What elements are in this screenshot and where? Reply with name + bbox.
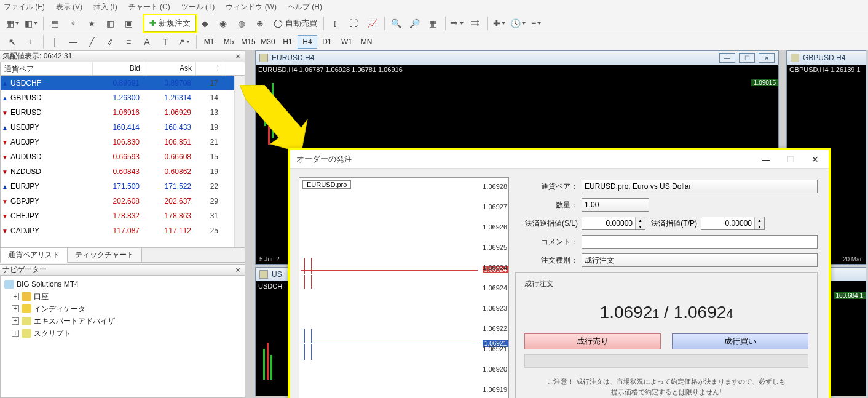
timeframe-h1[interactable]: H1 [278, 35, 298, 49]
menu-bar: ファイル (F) 表示 (V) 挿入 (I) チャート (C) ツール (T) … [0, 0, 868, 14]
menu-chart[interactable]: チャート (C) [128, 2, 170, 12]
nav-indicators[interactable]: +インディケータ [4, 303, 241, 315]
tick-chart: EURUSD.pro 1.06924 1.06921 1.069281.0692… [299, 177, 509, 398]
timeframe-d1[interactable]: D1 [317, 35, 337, 49]
comment-input[interactable] [582, 235, 818, 249]
timeframe-m30[interactable]: M30 [258, 35, 278, 49]
dialog-title-bar[interactable]: オーダーの発注 — ☐ ✕ [290, 150, 829, 169]
strategy-tester-toggle[interactable]: ▣ [120, 15, 137, 31]
timeframe-h4[interactable]: H4 [298, 35, 317, 49]
dialog-close[interactable]: ✕ [808, 154, 823, 164]
market-watch-row[interactable]: ▼GBPJPY202.608202.63729 [1, 194, 245, 209]
dialog-maximize[interactable]: ☐ [783, 154, 798, 164]
terminal-toggle[interactable]: ▥ [101, 15, 119, 31]
timeframe-mn[interactable]: MN [357, 35, 376, 49]
menu-window[interactable]: ウィンドウ (W) [226, 2, 277, 12]
navigator-toggle[interactable]: ★ [83, 15, 100, 31]
arrows-button[interactable]: ↗ [175, 34, 192, 50]
status-bar [524, 354, 808, 368]
market-watch-close[interactable]: × [234, 52, 242, 61]
tab-symbol-list[interactable]: 通貨ペアリスト [1, 248, 68, 263]
chart-icon [259, 270, 268, 279]
horizontal-line-button[interactable]: — [65, 34, 82, 50]
menu-file[interactable]: ファイル (F) [4, 2, 45, 12]
templates-button[interactable]: ≡ [527, 15, 545, 31]
cursor-button[interactable]: ↖ [4, 34, 21, 50]
timeframe-m15[interactable]: M15 [239, 35, 258, 49]
menu-insert[interactable]: 挿入 (I) [93, 2, 117, 12]
trendline-button[interactable]: ╱ [83, 34, 100, 50]
zoom-out-button[interactable]: 🔎 [406, 15, 423, 31]
signals-button[interactable]: ◉ [215, 15, 232, 31]
close-button[interactable]: ✕ [759, 53, 775, 63]
line-chart-button[interactable]: 📈 [363, 15, 381, 31]
buy-button[interactable]: 成行買い [672, 333, 808, 349]
crosshair-button[interactable]: + [22, 34, 39, 50]
bar-chart-button[interactable]: ⫿ [326, 15, 344, 31]
take-profit-input[interactable]: ▲▼ [701, 217, 765, 230]
warning-text: ご注意！ 成行注文は、市場状況によって約定価格が決まりますので、必ずしも提示価格… [524, 376, 808, 397]
market-watch-row[interactable]: ▼NZDUSD0.608430.6086219 [1, 164, 245, 179]
auto-scroll-button[interactable]: ⮕ [448, 15, 465, 31]
sell-button[interactable]: 成行売り [524, 333, 661, 349]
chart-icon [791, 54, 799, 62]
menu-help[interactable]: ヘルプ (H) [288, 2, 322, 12]
market-watch-row[interactable]: ▼EURUSD1.069161.0692913 [1, 105, 245, 120]
market-watch-toggle[interactable]: ▤ [46, 15, 63, 31]
volume-select[interactable]: 1.00 [582, 198, 649, 212]
timeframe-w1[interactable]: W1 [337, 35, 357, 49]
toolbar-draw: ↖ + | — ╱ ⫽ ≡ A T ↗ M1M5M15M30H1H4D1W1MN [0, 33, 868, 50]
market-watch-row[interactable]: ▼AUDJPY106.830106.85121 [1, 135, 245, 149]
new-order-button[interactable]: ✚新規注文 [144, 15, 196, 32]
market-button[interactable]: ⊕ [251, 15, 269, 31]
data-window-toggle[interactable]: ⌖ [65, 15, 82, 31]
navigator-close[interactable]: × [234, 266, 242, 274]
market-watch-row[interactable]: ▼CADJPY117.087117.11225 [1, 223, 245, 238]
vps-button[interactable]: ◍ [233, 15, 250, 31]
maximize-button[interactable]: ☐ [739, 53, 755, 63]
nav-accounts[interactable]: +口座 [4, 290, 241, 303]
menu-tool[interactable]: ツール (T) [181, 2, 215, 12]
metaquotes-button[interactable]: ◆ [196, 15, 213, 31]
order-type-select[interactable]: 成行注文 [582, 253, 818, 267]
candle-chart-button[interactable]: ⛶ [345, 15, 362, 31]
tab-tick-chart[interactable]: ティックチャート [68, 248, 142, 262]
nav-scripts[interactable]: +スクリプト [4, 327, 241, 340]
text-label-button[interactable]: A [138, 34, 156, 50]
new-chart-button[interactable]: ▦ [4, 15, 21, 31]
tile-windows-button[interactable]: ▦ [424, 15, 441, 31]
market-watch-row[interactable]: ▼CHFJPY178.832178.86331 [1, 209, 245, 223]
nav-root[interactable]: BIG Solutions MT4 [4, 278, 241, 290]
timeframe-row: M1M5M15M30H1H4D1W1MN [199, 35, 376, 49]
market-watch-body[interactable]: ▲USDCHF0.896910.8970817▲GBPUSD1.263001.2… [0, 76, 245, 248]
stop-loss-input[interactable]: ▲▼ [582, 217, 645, 230]
text-button[interactable]: T [157, 34, 174, 50]
execution-panel: 成行注文 1.06921 / 1.06924 成行売り 成行買い ご注意！ 成行… [515, 272, 818, 398]
dialog-minimize[interactable]: — [759, 154, 773, 164]
fibonacci-button[interactable]: ≡ [120, 34, 137, 50]
market-watch-row[interactable]: ▲USDCHF0.896910.8970817 [1, 76, 245, 90]
indicators-icon [22, 304, 31, 313]
nav-experts[interactable]: +エキスパートアドバイザ [4, 315, 241, 327]
profiles-button[interactable]: ◧ [22, 15, 39, 31]
timeframe-m1[interactable]: M1 [199, 35, 219, 49]
zoom-in-button[interactable]: 🔍 [387, 15, 404, 31]
vertical-line-button[interactable]: | [46, 34, 63, 50]
auto-trading-button[interactable]: ◯ 自動売買 [270, 15, 321, 31]
menu-view[interactable]: 表示 (V) [56, 2, 82, 12]
market-watch-row[interactable]: ▲USDJPY160.414160.43319 [1, 120, 245, 135]
market-watch-row[interactable]: ▲EURJPY171.500171.52222 [1, 179, 245, 194]
chart-shift-button[interactable]: ⮆ [467, 15, 484, 31]
equidistant-channel-button[interactable]: ⫽ [101, 34, 119, 50]
periodicity-button[interactable]: 🕓 [509, 15, 526, 31]
market-watch-row[interactable]: ▼AUDUSD0.665930.6660815 [1, 149, 245, 164]
price-quote: 1.06921 / 1.06924 [524, 299, 808, 333]
experts-icon [22, 317, 31, 325]
indicators-button[interactable]: ✚ [491, 15, 508, 31]
market-watch-scrollbar[interactable] [234, 76, 245, 247]
minimize-button[interactable]: — [719, 53, 735, 63]
accounts-icon [22, 292, 31, 301]
timeframe-m5[interactable]: M5 [219, 35, 239, 49]
symbol-select[interactable]: EURUSD.pro, Euro vs US Dollar [582, 180, 818, 193]
market-watch-row[interactable]: ▲GBPUSD1.263001.2631414 [1, 90, 245, 105]
